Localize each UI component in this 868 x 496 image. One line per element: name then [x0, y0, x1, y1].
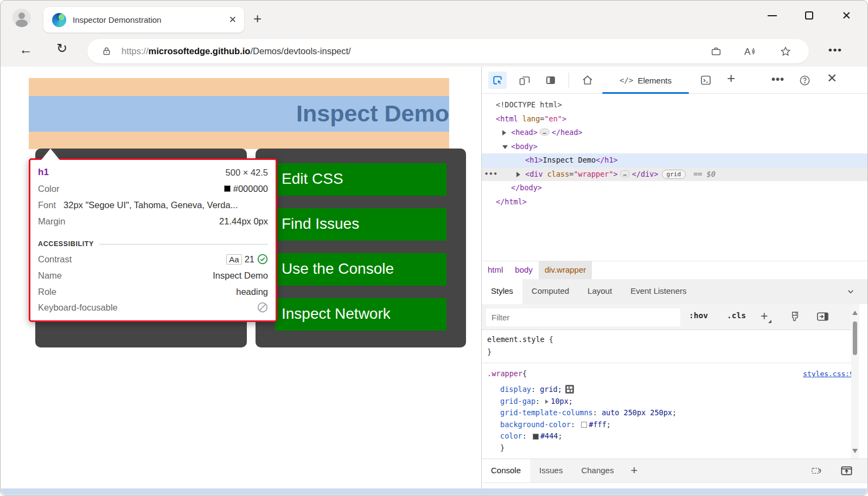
address-bar[interactable]: https://microsoftedge.github.io/Demos/de… [87, 39, 809, 63]
collapse-arrow-icon[interactable] [502, 145, 508, 149]
page-button[interactable]: Use the Console [275, 253, 446, 286]
css-rule-selector[interactable]: .wrapper [487, 368, 522, 380]
tree-row[interactable]: <h1>Inspect Demo</h1> [482, 153, 867, 168]
shorthand-expand-icon[interactable] [545, 400, 548, 404]
tab-title: Inspector Demonstration [73, 15, 161, 24]
url-text: https://microsoftedge.github.io/Demos/de… [122, 46, 351, 56]
css-declaration[interactable]: background-color: #fff; [482, 419, 859, 431]
css-declaration[interactable]: grid-gap: 10px; [482, 396, 859, 408]
breadcrumb-item[interactable]: html [482, 261, 509, 279]
toggle-class-button[interactable]: .cls [727, 311, 746, 320]
add-drawer-tab-button[interactable]: + [623, 459, 645, 482]
inline-style-selector[interactable]: element.style [487, 335, 545, 344]
scrollbar-down-arrow[interactable] [852, 449, 858, 453]
css-declaration[interactable]: display: grid; [482, 384, 859, 396]
new-tab-button[interactable]: + [253, 10, 261, 27]
chevron-down-icon[interactable] [847, 288, 854, 295]
device-emulation-button[interactable] [515, 72, 534, 89]
page-button[interactable]: Edit CSS [275, 163, 446, 196]
not-focusable-icon [257, 302, 268, 313]
inspect-element-button[interactable] [488, 72, 507, 89]
expand-quick-view-icon[interactable] [840, 465, 853, 477]
toggle-hover-state-button[interactable]: :hov [689, 311, 708, 320]
tree-token: $0 [707, 170, 716, 178]
browser-tab[interactable]: Inspector Demonstration ✕ [43, 7, 244, 33]
computed-sidebar-toggle-icon[interactable] [816, 310, 829, 323]
tab-changes[interactable]: Changes [572, 459, 623, 482]
grid-editor-icon[interactable] [565, 385, 574, 394]
tooltip-row-value: 32px "Segoe UI", Tahoma, Geneva, Verda..… [63, 200, 238, 210]
stylesheet-source-link[interactable]: styles.css:9 [803, 368, 854, 380]
tab-issues[interactable]: Issues [530, 459, 572, 482]
add-panel-icon[interactable]: + [727, 70, 735, 87]
color-swatch[interactable] [533, 434, 539, 440]
css-declaration[interactable]: grid-template-columns: auto 250px 250px; [482, 407, 859, 419]
color-swatch[interactable] [581, 422, 587, 428]
devtools-panel: </> Elements + ••• ✕ <!DOCTYPE html><htm… [481, 67, 867, 489]
devtools-close-icon[interactable]: ✕ [827, 71, 837, 86]
ellipsis-badge[interactable]: … [620, 170, 630, 177]
window-minimize-icon[interactable] [768, 15, 777, 16]
tooltip-style-row: Color#000000 [38, 181, 268, 197]
tree-row[interactable]: •••<div class="wrapper">…</div>grid == $… [482, 168, 867, 182]
breadcrumb-item[interactable]: body [509, 261, 539, 279]
tree-row[interactable]: </body> [482, 181, 867, 195]
tooltip-row-text: 21.44px 0px [219, 216, 268, 227]
tooltip-row-value: #000000 [224, 184, 268, 194]
filter-input[interactable] [486, 308, 680, 326]
tree-row[interactable]: <body> [482, 140, 867, 154]
tree-token: <head> [511, 128, 538, 137]
profile-avatar[interactable] [12, 9, 31, 27]
devtools-more-icon[interactable]: ••• [771, 73, 784, 86]
home-icon[interactable] [578, 72, 597, 89]
page-button[interactable]: Inspect Network [275, 298, 446, 331]
page-button[interactable]: Find Issues [275, 208, 446, 241]
css-property-value: 10px [551, 397, 569, 405]
browser-menu-icon[interactable]: ••• [828, 44, 843, 56]
tree-row[interactable]: <head>…</head> [482, 126, 867, 140]
scrollbar-up-arrow[interactable] [852, 311, 858, 315]
tab-computed[interactable]: Computed [522, 279, 578, 304]
back-button[interactable]: ← [19, 42, 33, 57]
rerender-device-icon[interactable] [810, 465, 824, 477]
tab-layout[interactable]: Layout [578, 279, 621, 304]
tab-close-icon[interactable]: ✕ [229, 14, 237, 25]
tab-styles[interactable]: Styles [482, 279, 522, 304]
workspaces-icon[interactable] [710, 46, 722, 57]
focus-mode-button[interactable] [541, 72, 560, 89]
new-style-rule-button[interactable]: + [761, 309, 768, 324]
window-close-icon[interactable]: ✕ [841, 11, 851, 20]
tab-elements[interactable]: </> Elements [602, 67, 689, 94]
read-aloud-icon[interactable]: A [744, 46, 758, 57]
tooltip-dimensions: 500 × 42.5 [226, 168, 268, 178]
window-maximize-icon[interactable] [805, 11, 813, 20]
tree-token: <html [496, 114, 518, 123]
tree-row[interactable]: <!DOCTYPE html> [482, 98, 867, 112]
row-options-icon[interactable]: ••• [484, 168, 498, 182]
tree-token: </div> [632, 170, 659, 178]
tooltip-row-label: Font [38, 200, 56, 210]
tree-row[interactable]: <html lang="en"> [482, 112, 867, 126]
favorites-star-icon[interactable] [780, 46, 792, 57]
reload-button[interactable]: ↻ [56, 41, 67, 56]
grid-badge[interactable]: grid [662, 170, 686, 179]
heading-margin-band-bottom [29, 132, 449, 149]
breadcrumb-item[interactable]: div.wrapper [539, 261, 592, 279]
styles-scrollbar[interactable] [851, 305, 859, 459]
role-label: Role [38, 287, 56, 297]
console-drawer-icon[interactable] [697, 72, 715, 89]
styles-brush-icon[interactable] [789, 310, 801, 324]
css-declaration[interactable]: color: #444; [482, 430, 859, 442]
tree-row[interactable]: </html> [482, 195, 867, 209]
tooltip-row-label: Margin [38, 216, 65, 227]
devtools-help-icon[interactable] [795, 72, 814, 89]
devtools-toolbar: </> Elements + ••• ✕ [482, 67, 867, 94]
browser-window: Inspector Demonstration ✕ + ✕ ← ↻ https:… [0, 0, 868, 496]
tab-event-listeners[interactable]: Event Listeners [621, 279, 695, 304]
expand-arrow-icon[interactable] [516, 172, 520, 177]
ellipsis-badge[interactable]: … [540, 128, 550, 136]
page-heading: Inspect Demo [29, 96, 449, 132]
expand-arrow-icon[interactable] [502, 130, 506, 136]
scrollbar-thumb[interactable] [853, 321, 857, 355]
tab-console[interactable]: Console [482, 459, 530, 482]
